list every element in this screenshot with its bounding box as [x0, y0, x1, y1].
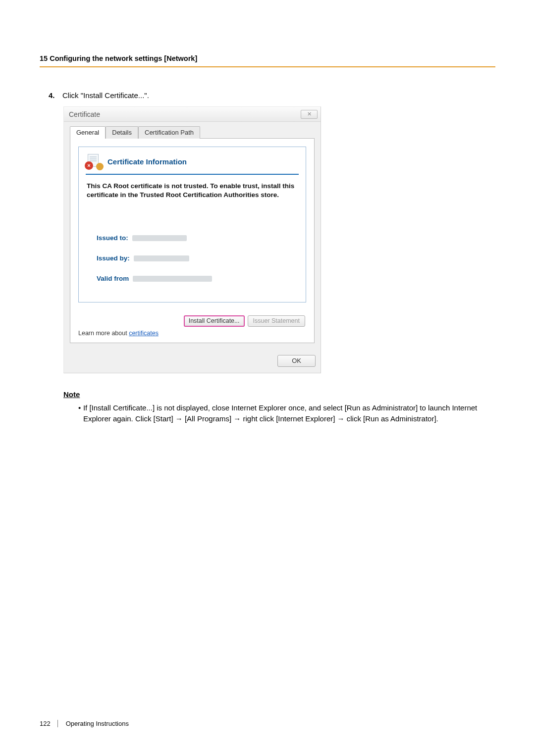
install-certificate-button[interactable]: Install Certificate... [184, 315, 245, 327]
tab-certification-path[interactable]: Certification Path [138, 126, 200, 139]
dialog-title: Certificate [69, 110, 100, 118]
note-heading: Note [63, 390, 495, 399]
certificates-link[interactable]: certificates [129, 330, 159, 337]
arrow-icon: → [337, 414, 345, 423]
ok-button[interactable]: OK [277, 355, 316, 367]
certificate-warning-icon: × [86, 154, 103, 169]
footer-label: Operating Instructions [66, 720, 129, 727]
certificate-dialog: Certificate ✕ General Details Certificat… [63, 106, 321, 373]
issued-to-label: Issued to: [97, 234, 128, 242]
step-number: 4. [49, 91, 62, 100]
arrow-icon: → [233, 414, 241, 423]
tab-content: × Certificate Information This CA Root c… [70, 139, 315, 343]
arrow-icon: → [175, 414, 183, 423]
note-part-2: [All Programs] [183, 414, 234, 423]
issuer-statement-button: Issuer Statement [248, 315, 306, 327]
issued-to-value-redacted [132, 235, 187, 241]
tab-general[interactable]: General [70, 126, 106, 139]
issued-by-label: Issued by: [97, 254, 130, 262]
section-header: 15 Configuring the network settings [Net… [40, 54, 495, 67]
certificate-info-title: Certificate Information [107, 157, 187, 166]
valid-from-value-redacted [133, 276, 212, 282]
page-number: 122 [40, 720, 58, 727]
note-part-3: right click [Internet Explorer] [241, 414, 337, 423]
step-text: Click "Install Certificate...". [62, 91, 149, 100]
valid-from-label: Valid from [97, 275, 129, 282]
close-icon[interactable]: ✕ [301, 110, 318, 119]
issued-by-value-redacted [134, 255, 189, 261]
tab-details[interactable]: Details [106, 126, 138, 139]
trust-warning-text: This CA Root certificate is not trusted.… [86, 182, 299, 200]
note-text: If [Install Certificate...] is not displ… [83, 403, 495, 424]
certificate-info-frame: × Certificate Information This CA Root c… [78, 147, 306, 302]
learn-more-prefix: Learn more about [78, 330, 129, 337]
note-part-4: click [Run as Administrator]. [345, 414, 438, 423]
bullet-dot: • [78, 403, 83, 424]
learn-more-line: Learn more about certificates [78, 330, 306, 337]
dialog-tabs: General Details Certification Path [70, 126, 315, 139]
